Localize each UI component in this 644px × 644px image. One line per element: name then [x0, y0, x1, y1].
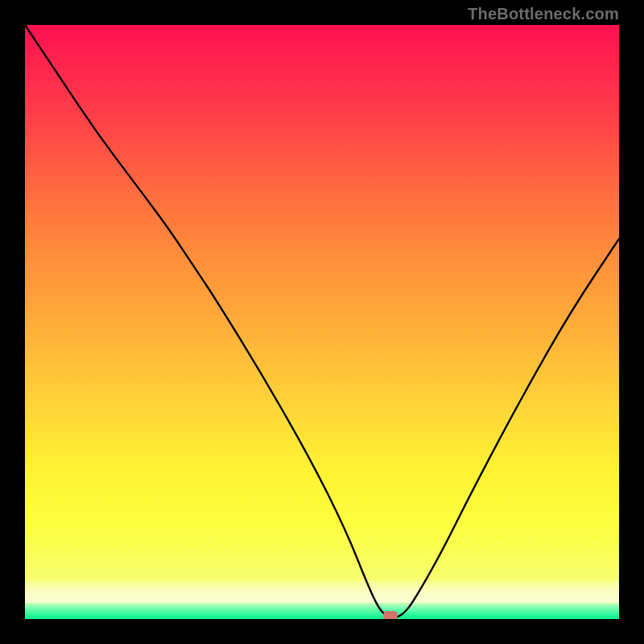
bottleneck-curve: [25, 25, 619, 619]
chart-frame: TheBottleneck.com: [0, 0, 644, 644]
plot-area: [25, 25, 619, 619]
bottleneck-marker: [383, 611, 398, 619]
watermark-text: TheBottleneck.com: [468, 5, 619, 23]
